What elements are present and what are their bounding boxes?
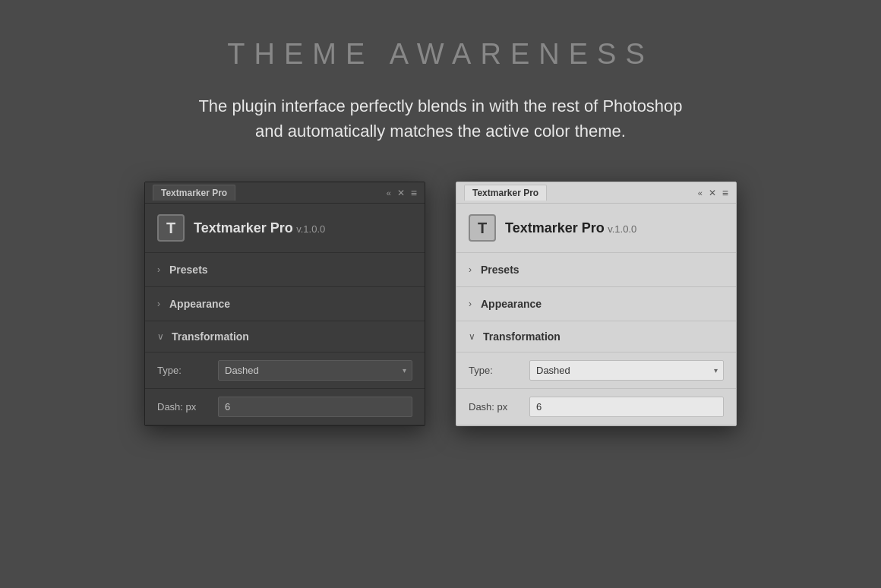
light-dash-label: Dash: px bbox=[469, 401, 522, 413]
dark-plugin-name: Textmarker Pro bbox=[194, 220, 293, 236]
light-back-icon[interactable]: « bbox=[698, 188, 703, 198]
light-transformation-chevron: ∨ bbox=[469, 331, 475, 342]
dark-transformation-header[interactable]: ∨ Transformation bbox=[145, 321, 425, 352]
dark-transformation-title: Transformation bbox=[172, 330, 249, 343]
dark-close-icon[interactable]: ✕ bbox=[397, 188, 405, 198]
light-panel-tab[interactable]: Textmarker Pro bbox=[464, 185, 547, 201]
light-menu-icon[interactable]: ≡ bbox=[722, 187, 728, 199]
light-plugin-title-area: Textmarker Pro v.1.0.0 bbox=[505, 220, 636, 236]
light-dash-input[interactable] bbox=[529, 397, 724, 417]
dark-back-icon[interactable]: « bbox=[387, 188, 391, 198]
dark-plugin-header: T Textmarker Pro v.1.0.0 bbox=[145, 204, 425, 253]
light-transformation-header[interactable]: ∨ Transformation bbox=[456, 321, 736, 352]
light-appearance-section[interactable]: › Appearance bbox=[456, 287, 736, 321]
dark-appearance-chevron: › bbox=[157, 299, 160, 309]
light-theme-panel: Textmarker Pro « ✕ ≡ T Textmarker Pro v.… bbox=[456, 182, 737, 426]
light-plugin-version: v.1.0.0 bbox=[608, 223, 636, 235]
light-appearance-label: Appearance bbox=[481, 298, 542, 310]
light-type-label: Type: bbox=[469, 365, 522, 376]
dark-menu-icon[interactable]: ≡ bbox=[411, 187, 417, 199]
dark-presets-section[interactable]: › Presets bbox=[145, 253, 425, 287]
dark-presets-chevron: › bbox=[157, 264, 160, 275]
header-section: THEME AWARENESS The plugin interface per… bbox=[198, 0, 682, 144]
dark-dash-input[interactable] bbox=[218, 397, 412, 417]
light-dash-row: Dash: px bbox=[456, 389, 736, 425]
subtitle-line2: and automatically matches the active col… bbox=[255, 122, 626, 141]
light-plugin-header: T Textmarker Pro v.1.0.0 bbox=[456, 204, 736, 253]
light-titlebar-icons: « ✕ ≡ bbox=[698, 187, 728, 199]
dark-titlebar-left: Textmarker Pro bbox=[153, 185, 235, 201]
panels-container: Textmarker Pro « ✕ ≡ T Textmarker Pro v.… bbox=[144, 182, 737, 426]
dark-theme-panel: Textmarker Pro « ✕ ≡ T Textmarker Pro v.… bbox=[144, 182, 425, 426]
dark-type-select-wrapper[interactable]: Dashed ▾ bbox=[218, 360, 412, 381]
dark-dash-label: Dash: px bbox=[157, 401, 210, 413]
dark-appearance-label: Appearance bbox=[169, 298, 230, 310]
dark-plugin-version: v.1.0.0 bbox=[296, 223, 325, 235]
light-plugin-name: Textmarker Pro bbox=[505, 220, 605, 236]
light-transformation-title: Transformation bbox=[483, 330, 560, 343]
dark-dash-row: Dash: px bbox=[145, 389, 425, 425]
dark-plugin-icon: T bbox=[157, 214, 185, 242]
light-type-select[interactable]: Dashed bbox=[529, 360, 724, 381]
dark-titlebar-icons: « ✕ ≡ bbox=[387, 187, 417, 199]
light-close-icon[interactable]: ✕ bbox=[709, 188, 716, 198]
light-type-row: Type: Dashed ▾ bbox=[456, 352, 736, 389]
dark-presets-label: Presets bbox=[169, 264, 208, 276]
light-plugin-icon: T bbox=[469, 214, 496, 242]
dark-panel-tab[interactable]: Textmarker Pro bbox=[153, 185, 235, 201]
dark-type-select[interactable]: Dashed bbox=[218, 360, 412, 381]
dark-plugin-title-area: Textmarker Pro v.1.0.0 bbox=[194, 220, 325, 236]
main-title: THEME AWARENESS bbox=[198, 38, 682, 71]
light-presets-label: Presets bbox=[481, 264, 519, 276]
dark-type-row: Type: Dashed ▾ bbox=[145, 352, 425, 389]
dark-panel-titlebar: Textmarker Pro « ✕ ≡ bbox=[145, 182, 425, 204]
dark-transformation-chevron: ∨ bbox=[157, 331, 164, 342]
light-type-select-wrapper[interactable]: Dashed ▾ bbox=[529, 360, 724, 381]
dark-type-label: Type: bbox=[157, 365, 210, 376]
light-titlebar-left: Textmarker Pro bbox=[464, 185, 547, 201]
light-appearance-chevron: › bbox=[469, 299, 472, 309]
subtitle-line1: The plugin interface perfectly blends in… bbox=[198, 96, 682, 115]
light-presets-section[interactable]: › Presets bbox=[456, 253, 736, 287]
light-presets-chevron: › bbox=[469, 264, 472, 275]
light-panel-titlebar: Textmarker Pro « ✕ ≡ bbox=[456, 182, 736, 204]
dark-appearance-section[interactable]: › Appearance bbox=[145, 287, 425, 321]
subtitle: The plugin interface perfectly blends in… bbox=[198, 93, 682, 144]
